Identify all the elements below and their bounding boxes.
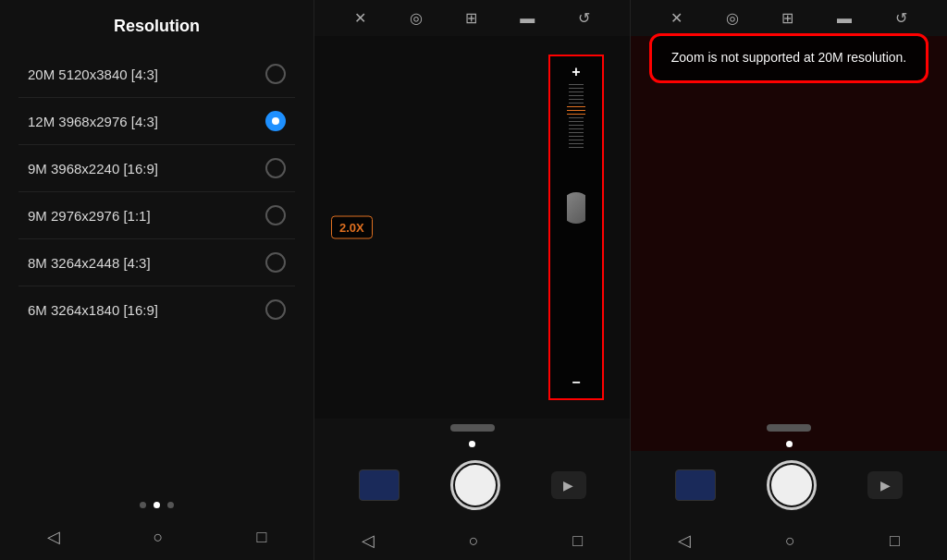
recent-button-2[interactable]: □	[572, 531, 583, 551]
dot-active-3	[786, 441, 793, 447]
back-button[interactable]: ◁	[47, 527, 60, 547]
rotate-icon[interactable]: ↺	[578, 9, 590, 27]
shutter-handle-3	[767, 424, 811, 432]
shutter-button[interactable]	[450, 460, 500, 510]
camera-top-bar-3: ✕ ◎ ⊞ ▬ ↺	[631, 0, 947, 36]
zoom-tick-highlight	[567, 114, 585, 115]
zoom-tick	[569, 91, 584, 92]
shutter-button-inner-3	[771, 465, 812, 505]
rotate-icon-3[interactable]: ↺	[895, 9, 907, 27]
grid-icon[interactable]: ⊞	[465, 9, 477, 27]
zoom-tick	[569, 95, 584, 96]
zoom-slider[interactable]: +	[548, 55, 604, 400]
timer-icon-3[interactable]: ◎	[726, 9, 739, 27]
dot-3	[167, 502, 174, 508]
video-icon: ▶	[563, 478, 573, 493]
resolution-item[interactable]: 20M 5120x3840 [4:3]	[18, 51, 295, 98]
zoom-tick-area	[567, 80, 585, 374]
shutter-handle	[450, 424, 495, 432]
resolution-item[interactable]: 9M 3968x2240 [16:9]	[18, 145, 295, 192]
dot-active	[469, 441, 475, 447]
zoom-tick	[569, 121, 584, 122]
navigation-bar-2: ◁ ○ □	[314, 523, 630, 560]
resolution-label: 20M 5120x3840 [4:3]	[28, 67, 158, 82]
resolution-label: 6M 3264x1840 [16:9]	[28, 302, 158, 318]
flash-icon[interactable]: ✕	[354, 9, 366, 27]
radio-button[interactable]	[265, 111, 286, 131]
zoom-tick	[569, 99, 584, 100]
shutter-button-3[interactable]	[767, 460, 817, 510]
resolution-label: 9M 3968x2240 [16:9]	[28, 161, 158, 177]
resolution-item[interactable]: 8M 3264x2448 [4:3]	[18, 239, 295, 286]
camera-top-bar: ✕ ◎ ⊞ ▬ ↺	[314, 0, 630, 36]
zoom-tick-highlight	[567, 110, 585, 111]
camera-viewfinder: 2.0X +	[314, 36, 630, 419]
navigation-bar-1: ◁ ○ □	[0, 516, 314, 560]
resolution-item[interactable]: 9M 2976x2976 [1:1]	[18, 192, 295, 239]
zoom-error-box: Zoom is not supported at 20M resolution.	[649, 33, 929, 83]
recent-button-3[interactable]: □	[890, 531, 900, 551]
resolution-list: 20M 5120x3840 [4:3]12M 3968x2976 [4:3]9M…	[0, 51, 314, 491]
page-indicator	[0, 491, 314, 516]
video-mode-button-3[interactable]: ▶	[867, 471, 903, 499]
zoom-tick	[569, 132, 584, 133]
shutter-button-inner	[455, 465, 496, 505]
radio-button[interactable]	[265, 299, 286, 320]
zoom-tick	[569, 140, 584, 140]
zoom-tick	[569, 147, 584, 148]
zoom-tick	[569, 125, 584, 126]
back-button-3[interactable]: ◁	[678, 530, 691, 551]
recent-button[interactable]: □	[257, 528, 267, 547]
zoom-tick	[569, 128, 584, 129]
zoom-plus-icon[interactable]: +	[572, 64, 580, 80]
zoom-tick	[569, 117, 584, 118]
radio-button[interactable]	[265, 205, 286, 225]
gallery-thumbnail[interactable]	[359, 469, 400, 501]
video-icon-3: ▶	[880, 478, 891, 493]
dot-1	[140, 502, 146, 508]
dark-viewfinder	[631, 36, 947, 419]
camera-controls: ▶	[314, 451, 630, 523]
resolution-item[interactable]: 6M 3264x1840 [16:9]	[18, 286, 295, 333]
zoom-tick	[569, 136, 584, 137]
aspect-icon-3[interactable]: ▬	[837, 10, 852, 27]
radio-button[interactable]	[265, 252, 286, 273]
page-indicator-3	[631, 441, 947, 451]
zoom-tick-highlight	[567, 106, 585, 107]
zoom-value-badge: 2.0X	[331, 216, 373, 239]
aspect-icon[interactable]: ▬	[520, 10, 535, 27]
gallery-thumbnail-3[interactable]	[675, 469, 716, 501]
back-button-2[interactable]: ◁	[362, 530, 375, 551]
zoom-error-text: Zoom is not supported at 20M resolution.	[671, 50, 906, 65]
resolution-label: 12M 3968x2976 [4:3]	[28, 114, 158, 129]
dot-2	[154, 502, 160, 508]
video-mode-button[interactable]: ▶	[551, 471, 586, 499]
zoom-minus-icon[interactable]: −	[572, 374, 580, 391]
resolution-title: Resolution	[0, 0, 314, 51]
radio-button[interactable]	[265, 158, 286, 178]
camera-error-panel: ✕ ◎ ⊞ ▬ ↺ Zoom is not supported at 20M r…	[631, 0, 947, 560]
radio-button[interactable]	[265, 64, 286, 84]
home-button-2[interactable]: ○	[469, 531, 479, 551]
shutter-area	[314, 419, 630, 441]
flash-icon-3[interactable]: ✕	[670, 9, 683, 27]
navigation-bar-3: ◁ ○ □	[631, 523, 947, 560]
zoom-tick	[569, 103, 584, 103]
home-button[interactable]: ○	[154, 528, 164, 547]
resolution-label: 8M 3264x2448 [4:3]	[28, 255, 151, 271]
zoom-tick	[569, 84, 584, 85]
zoom-handle[interactable]	[567, 192, 585, 224]
home-button-3[interactable]: ○	[785, 531, 795, 551]
resolution-label: 9M 2976x2976 [1:1]	[28, 208, 151, 224]
zoom-tick	[569, 143, 584, 144]
grid-icon-3[interactable]: ⊞	[781, 9, 793, 27]
shutter-area-3	[631, 419, 947, 441]
camera-zoom-panel: ✕ ◎ ⊞ ▬ ↺ 2.0X +	[314, 0, 631, 560]
zoom-tick	[569, 88, 584, 89]
timer-icon[interactable]: ◎	[410, 9, 423, 27]
resolution-item[interactable]: 12M 3968x2976 [4:3]	[18, 98, 295, 145]
camera-controls-3: ▶	[631, 451, 947, 523]
page-indicator-2	[314, 441, 630, 451]
resolution-panel: Resolution 20M 5120x3840 [4:3]12M 3968x2…	[0, 0, 314, 560]
